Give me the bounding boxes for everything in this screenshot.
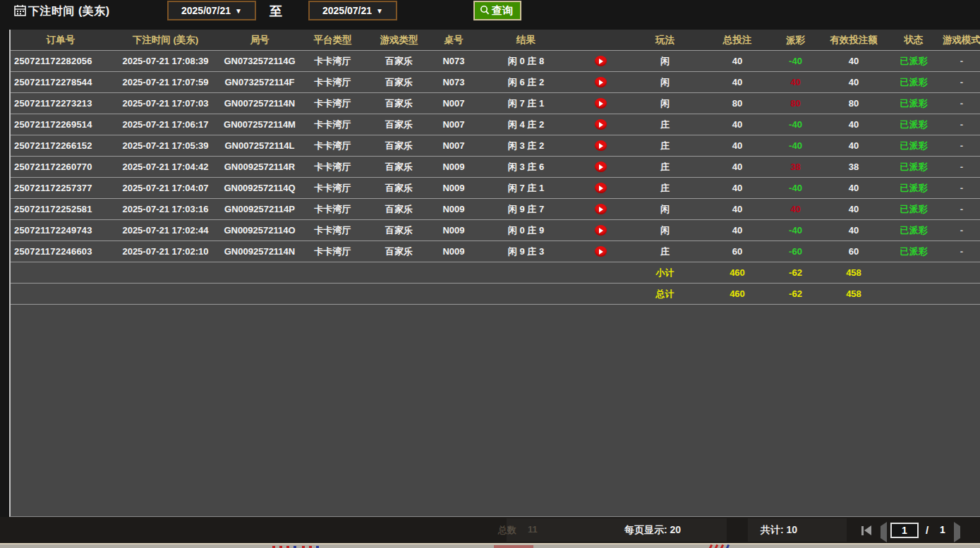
column-header: 游戏类型 bbox=[366, 30, 432, 50]
cell-table-no: N009 bbox=[432, 241, 476, 262]
play-video-button[interactable] bbox=[595, 119, 607, 130]
cell-order-id: 250721172266152 bbox=[11, 135, 111, 156]
cell-status: 已派彩 bbox=[885, 93, 942, 114]
cell-game-type: 百家乐 bbox=[366, 72, 432, 92]
play-icon bbox=[599, 122, 603, 128]
date-to-select[interactable]: 2025/07/21 ▼ bbox=[308, 1, 397, 20]
subtotal-row: 小计 460 -62 458 bbox=[11, 262, 980, 284]
play-video-button[interactable] bbox=[595, 140, 607, 151]
grand-total-payout: -62 bbox=[769, 284, 822, 304]
cell-order-id: 250721172282056 bbox=[11, 51, 111, 71]
cell-bet-time: 2025-07-21 17:07:59 bbox=[111, 72, 220, 92]
table-body: 250721172282056 2025-07-21 17:08:39 GN07… bbox=[11, 51, 980, 262]
cell-bet-time: 2025-07-21 17:06:17 bbox=[111, 114, 220, 135]
date-from-select[interactable]: 2025/07/21 ▼ bbox=[167, 1, 256, 20]
filter-bar: 下注时间 (美东) 2025/07/21 ▼ 至 2025/07/21 ▼ 查询 bbox=[0, 0, 980, 30]
cell-status: 已派彩 bbox=[885, 199, 942, 219]
cell-bet-time: 2025-07-21 17:02:10 bbox=[111, 241, 220, 262]
next-page-button[interactable] bbox=[954, 526, 960, 539]
betting-records-page: 下注时间 (美东) 2025/07/21 ▼ 至 2025/07/21 ▼ 查询… bbox=[0, 0, 980, 548]
date-range-to-label: 至 bbox=[270, 3, 282, 20]
cell-result: 闲 7 庄 1 bbox=[476, 178, 576, 198]
first-page-button[interactable] bbox=[861, 525, 871, 535]
cell-round-id: GN0092572114P bbox=[220, 199, 299, 219]
cell-valid-bet: 60 bbox=[822, 241, 885, 262]
subtotal-payout: -62 bbox=[769, 262, 822, 283]
play-video-button[interactable] bbox=[595, 77, 607, 87]
cell-video bbox=[576, 199, 624, 219]
cell-platform: 卡卡湾厅 bbox=[299, 93, 366, 114]
table-row: 250721172273213 2025-07-21 17:07:03 GN00… bbox=[11, 93, 980, 114]
cell-platform: 卡卡湾厅 bbox=[299, 157, 366, 177]
cell-valid-bet: 40 bbox=[822, 178, 885, 198]
current-page-input[interactable] bbox=[890, 523, 919, 538]
column-header: 状态 bbox=[885, 30, 942, 50]
page-size-label: 每页显示: 20 bbox=[624, 524, 681, 537]
table-row: 250721172257377 2025-07-21 17:04:07 GN00… bbox=[11, 178, 980, 199]
cell-table-no: N009 bbox=[432, 220, 476, 240]
cell-video bbox=[576, 135, 624, 156]
cell-total-bet: 40 bbox=[706, 72, 769, 92]
play-icon bbox=[599, 80, 603, 85]
cell-platform: 卡卡湾厅 bbox=[299, 220, 366, 240]
query-button[interactable]: 查询 bbox=[473, 1, 521, 20]
chevron-down-icon: ▼ bbox=[235, 7, 242, 15]
play-icon bbox=[599, 228, 603, 233]
cell-payout: -40 bbox=[769, 114, 822, 135]
cell-game-type: 百家乐 bbox=[366, 93, 432, 114]
cell-total-bet: 40 bbox=[706, 199, 769, 219]
cell-game-type: 百家乐 bbox=[366, 220, 432, 240]
cell-bet-time: 2025-07-21 17:02:44 bbox=[111, 220, 220, 240]
column-header: 结果 bbox=[476, 30, 576, 50]
cell-table-no: N009 bbox=[432, 178, 476, 198]
play-video-button[interactable] bbox=[595, 246, 607, 257]
table-row: 250721172278544 2025-07-21 17:07:59 GN07… bbox=[11, 72, 980, 93]
cell-game-type: 百家乐 bbox=[366, 135, 432, 156]
cell-round-id: GN0072572114L bbox=[220, 135, 299, 156]
cell-status: 已派彩 bbox=[885, 178, 942, 198]
cell-video bbox=[576, 157, 624, 177]
column-header: 派彩 bbox=[769, 30, 822, 50]
grand-total-row: 总计 460 -62 458 bbox=[11, 284, 980, 305]
bet-records-table: 订单号下注时间 (美东)局号平台类型游戏类型桌号结果玩法总投注派彩有效投注额状态… bbox=[9, 30, 980, 517]
cell-play-type: 闲 bbox=[624, 199, 706, 219]
cell-play-type: 闲 bbox=[624, 72, 706, 92]
cell-payout: 40 bbox=[769, 199, 822, 219]
play-video-button[interactable] bbox=[595, 98, 607, 109]
play-video-button[interactable] bbox=[595, 204, 607, 214]
query-button-label: 查询 bbox=[492, 4, 513, 18]
page-title: 下注时间 (美东) bbox=[28, 4, 110, 19]
previous-page-button[interactable] bbox=[881, 526, 887, 539]
column-header: 总投注 bbox=[706, 30, 769, 50]
table-row: 250721172266152 2025-07-21 17:05:39 GN00… bbox=[11, 135, 980, 157]
cell-game-mode: - bbox=[942, 157, 980, 177]
calendar-icon bbox=[14, 4, 26, 19]
play-video-button[interactable] bbox=[595, 56, 607, 66]
date-from-value: 2025/07/21 bbox=[181, 5, 231, 16]
play-icon bbox=[599, 164, 603, 170]
cell-game-mode: - bbox=[942, 178, 980, 198]
background-overlay-panel bbox=[507, 518, 727, 542]
grand-total-valid-bet: 458 bbox=[822, 284, 885, 304]
cell-payout: -60 bbox=[769, 241, 822, 262]
cell-round-id: GN0092572114O bbox=[220, 220, 299, 240]
subtotal-total-bet: 460 bbox=[706, 262, 769, 283]
cell-game-mode: - bbox=[942, 220, 980, 240]
cell-total-bet: 40 bbox=[706, 135, 769, 156]
total-count-label: 共计: 10 bbox=[761, 524, 797, 537]
cell-game-mode: - bbox=[942, 51, 980, 71]
play-video-button[interactable] bbox=[595, 162, 607, 172]
cell-game-type: 百家乐 bbox=[366, 199, 432, 219]
table-row: 250721172260770 2025-07-21 17:04:42 GN00… bbox=[11, 157, 980, 178]
column-header: 局号 bbox=[220, 30, 299, 50]
cell-round-id: GN0072572114N bbox=[220, 93, 299, 114]
cell-table-no: N009 bbox=[432, 157, 476, 177]
cell-valid-bet: 40 bbox=[822, 220, 885, 240]
column-header: 玩法 bbox=[624, 30, 706, 50]
play-video-button[interactable] bbox=[595, 225, 607, 236]
cell-total-bet: 40 bbox=[706, 220, 769, 240]
cell-platform: 卡卡湾厅 bbox=[299, 178, 366, 198]
cell-video bbox=[576, 220, 624, 240]
cell-video bbox=[576, 72, 624, 92]
play-video-button[interactable] bbox=[595, 183, 607, 193]
